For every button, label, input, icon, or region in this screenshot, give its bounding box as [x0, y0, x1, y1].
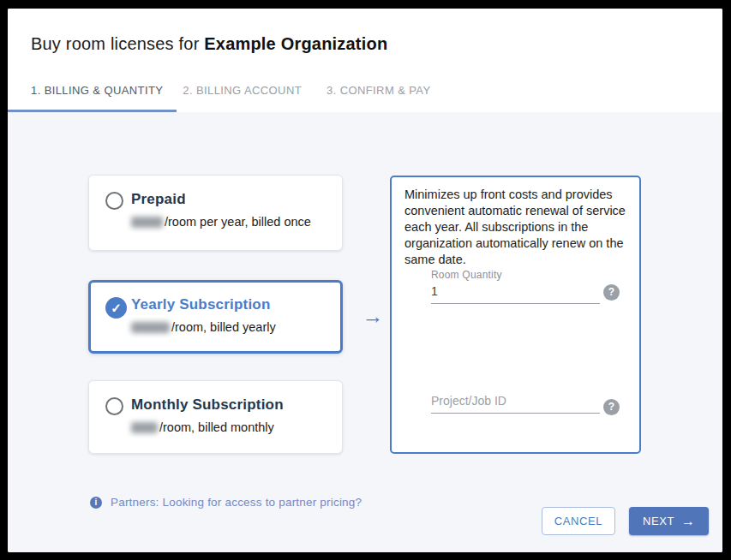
step-confirm-pay[interactable]: 3. CONFIRM & PAY — [327, 84, 431, 97]
step-billing-account[interactable]: 2. BILLING ACCOUNT — [183, 84, 302, 97]
step-billing-quantity[interactable]: 1. BILLING & QUANTITY — [31, 84, 163, 97]
partners-pricing-link[interactable]: i Partners: Looking for access to partne… — [90, 496, 362, 509]
plan-option-monthly[interactable]: Monthly Subscription /room, billed month… — [88, 380, 343, 454]
radio-selected-check-icon[interactable]: ✓ — [105, 297, 127, 319]
partners-link-text[interactable]: Partners: Looking for access to partner … — [111, 496, 362, 509]
room-quantity-field-group: Room Quantity ? — [431, 269, 616, 304]
plan-detail-panel: Minimizes up front costs and provides co… — [390, 176, 641, 454]
page-title-prefix: Buy room licenses for — [31, 34, 204, 53]
selected-plan-arrow-icon: → — [357, 304, 388, 329]
next-button[interactable]: NEXT → — [629, 507, 709, 535]
price-redacted — [131, 217, 163, 228]
plan-description: Minimizes up front costs and provides co… — [404, 187, 632, 268]
price-redacted — [131, 322, 170, 333]
cancel-button[interactable]: CANCEL — [542, 507, 615, 535]
dialog-content: Prepaid /room per year, billed once ✓ Ye… — [8, 112, 722, 552]
plan-title: Monthly Subscription — [131, 396, 284, 414]
plan-price-note: /room per year, billed once — [131, 215, 311, 229]
room-quantity-input[interactable] — [431, 281, 600, 304]
stepper: 1. BILLING & QUANTITY 2. BILLING ACCOUNT… — [31, 84, 431, 97]
project-job-help-icon[interactable]: ? — [603, 399, 620, 415]
plan-title: Prepaid — [131, 191, 186, 208]
plan-option-prepaid[interactable]: Prepaid /room per year, billed once — [88, 175, 343, 251]
plan-price-note: /room, billed monthly — [131, 420, 274, 434]
next-button-label: NEXT — [643, 515, 674, 527]
next-arrow-icon: → — [681, 514, 695, 529]
plan-title: Yearly Subscription — [131, 296, 271, 313]
page-title-org: Example Organization — [204, 34, 387, 53]
room-quantity-help-icon[interactable]: ? — [603, 284, 620, 301]
buy-licenses-dialog: Buy room licenses for Example Organizati… — [8, 9, 722, 552]
dialog-header: Buy room licenses for Example Organizati… — [8, 9, 722, 112]
price-redacted — [131, 422, 158, 433]
info-icon: i — [90, 497, 102, 509]
radio-unselected-icon[interactable] — [105, 192, 123, 210]
plan-price-note: /room, billed yearly — [131, 320, 276, 334]
plan-option-yearly[interactable]: ✓ Yearly Subscription /room, billed year… — [88, 280, 343, 354]
radio-unselected-icon[interactable] — [105, 397, 123, 415]
project-job-field-group: ? — [431, 390, 616, 414]
project-job-id-input[interactable] — [431, 390, 600, 414]
room-quantity-label: Room Quantity — [431, 269, 616, 281]
page-title: Buy room licenses for Example Organizati… — [31, 34, 387, 54]
